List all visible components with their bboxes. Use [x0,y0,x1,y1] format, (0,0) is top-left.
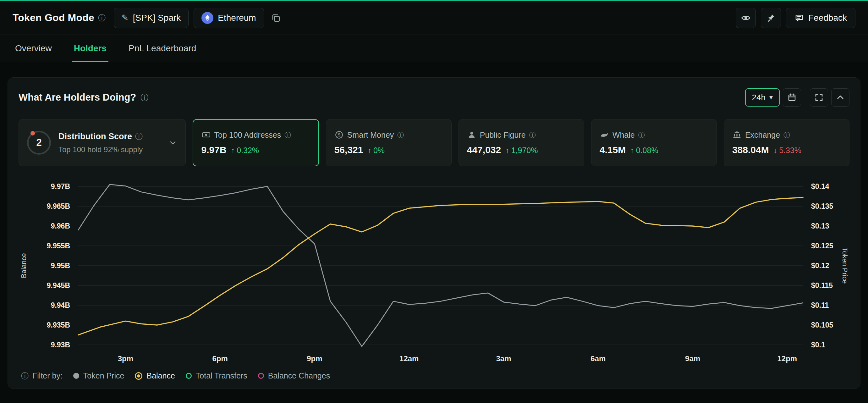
info-icon[interactable]: ⓘ [397,132,404,138]
legend-label: Total Transfers [196,371,247,380]
legend-label: Balance [147,371,175,380]
svg-text:$: $ [338,132,340,137]
balance-dot-icon [135,372,142,380]
stat-card-exchange[interactable]: Exchange ⓘ 388.04M ↓ 5.33% [724,119,849,166]
watch-button[interactable] [736,8,756,28]
panel-header: What Are Holders Doing? ⓘ 24h ▾ [19,88,849,106]
page-title: Token God Mode [12,12,94,24]
legend-label: Balance Changes [268,371,330,380]
stat-card-smart-money[interactable]: $ Smart Money ⓘ 56,321 ↑ 0% [326,119,452,166]
chart-area: 9.97B9.965B9.96B9.955B9.95B9.945B9.94B9.… [19,177,849,367]
stat-label: Exchange [745,130,780,140]
left-axis-tick: 9.96B [51,222,70,230]
left-axis-tick: 9.93B [51,341,70,349]
stat-change: ↑ 1,970% [505,146,538,155]
tab-overview-label: Overview [15,43,52,54]
tab-pnl-leaderboard[interactable]: PnL Leaderboard [127,35,198,62]
info-icon[interactable]: ⓘ [135,133,143,140]
fullscreen-button[interactable] [810,88,828,106]
token-selector-label: [SPK] Spark [133,13,181,23]
right-axis-tick: $0.1 [811,341,825,349]
left-axis-tick: 9.955B [47,242,70,250]
left-axis-tick: 9.94B [51,301,70,309]
up-arrow-icon: ↑ [630,146,634,155]
x-axis-tick: 12am [399,354,418,363]
topbar: Token God Mode ⓘ ✎ [SPK] Spark Ethereum [0,1,868,35]
alert-dot [30,131,35,135]
right-axis-tick: $0.135 [811,202,833,210]
x-axis-tick: 6pm [212,354,227,363]
x-axis-tick: 9pm [307,354,322,363]
stat-change-pct: 0.08% [636,146,658,155]
info-icon[interactable]: ⓘ [529,132,536,138]
feedback-button[interactable]: Feedback [786,8,856,28]
legend-item-balance[interactable]: Balance [135,371,175,380]
left-axis-title: Balance [20,253,28,278]
stat-card-top-100-addresses[interactable]: Top 100 Addresses ⓘ 9.97B ↑ 0.32% [193,119,319,166]
timeframe-dropdown[interactable]: 24h ▾ [745,88,780,106]
stat-value: 447,032 [467,145,501,155]
up-arrow-icon: ↑ [505,146,509,155]
info-icon[interactable]: ⓘ [284,132,291,138]
legend-item-balance-changes[interactable]: Balance Changes [258,371,330,380]
stat-value: 4.15M [600,145,626,155]
distribution-score-value: 2 [36,137,41,148]
stat-card-public-figure[interactable]: Public Figure ⓘ 447,032 ↑ 1,970% [459,119,584,166]
info-icon[interactable]: ⓘ [21,372,29,380]
filter-by-label: Filter by: [32,371,63,380]
main-content: What Are Holders Doing? ⓘ 24h ▾ [0,62,868,396]
chain-selector-label: Ethereum [218,13,256,23]
bank-icon [732,130,742,140]
chain-selector-button[interactable]: Ethereum [194,8,264,28]
distribution-score-gauge: 2 [27,131,51,155]
tab-holders[interactable]: Holders [72,35,108,62]
right-axis-tick: $0.14 [811,182,829,190]
right-axis-tick: $0.13 [811,222,829,230]
stat-label: Public Figure [480,130,526,140]
left-axis-tick: 9.97B [51,182,70,190]
down-arrow-icon: ↓ [773,146,777,155]
copy-icon[interactable] [271,13,281,23]
legend-label: Token Price [83,371,124,380]
chevron-down-icon[interactable] [168,138,177,147]
person-icon [467,130,476,140]
up-arrow-icon: ↑ [367,146,371,155]
stat-card-distribution-score[interactable]: 2 Distribution Score ⓘ Top 100 hold 92% … [19,119,186,166]
filter-by: ⓘ Filter by: [21,371,63,380]
tab-overview[interactable]: Overview [13,35,54,62]
tab-pnl-leaderboard-label: PnL Leaderboard [128,43,196,54]
chevron-down-icon: ▾ [769,93,773,101]
series-balance [78,197,803,335]
holders-chart[interactable]: 9.97B9.965B9.96B9.955B9.95B9.945B9.94B9.… [19,177,850,366]
stat-change: ↑ 0.08% [630,146,658,155]
stat-value: 388.04M [732,145,769,155]
x-axis-tick: 6am [590,354,606,363]
panel-title: What Are Holders Doing? [19,92,136,103]
right-axis-tick: $0.12 [811,261,829,270]
info-icon[interactable]: ⓘ [783,132,790,138]
stat-value: 9.97B [202,145,226,155]
info-icon[interactable]: ⓘ [98,14,105,22]
tab-bar: Overview Holders PnL Leaderboard [0,35,868,62]
stat-card-whale[interactable]: Whale ⓘ 4.15M ↑ 0.08% [591,119,717,166]
calendar-button[interactable] [783,88,801,106]
feedback-label: Feedback [808,13,847,23]
left-axis-tick: 9.935B [47,321,70,329]
balance-changes-dot-icon [258,373,264,379]
token-selector-button[interactable]: ✎ [SPK] Spark [114,8,189,28]
left-axis-tick: 9.95B [51,261,70,270]
tab-holders-label: Holders [74,43,106,54]
collapse-button[interactable] [831,88,849,106]
stat-change-pct: 0% [373,146,385,155]
stat-change: ↑ 0% [367,146,385,155]
info-icon[interactable]: ⓘ [141,94,148,101]
pin-button[interactable] [761,8,781,28]
legend-item-token-price[interactable]: Token Price [73,371,124,380]
right-axis-title: Token Price [841,248,849,284]
x-axis-tick: 3pm [118,354,133,363]
legend-item-total-transfers[interactable]: Total Transfers [186,371,247,380]
right-axis-tick: $0.105 [811,321,833,329]
info-icon[interactable]: ⓘ [638,132,645,138]
stat-change-pct: 1,970% [511,146,538,155]
distribution-title: Distribution Score [58,132,132,142]
